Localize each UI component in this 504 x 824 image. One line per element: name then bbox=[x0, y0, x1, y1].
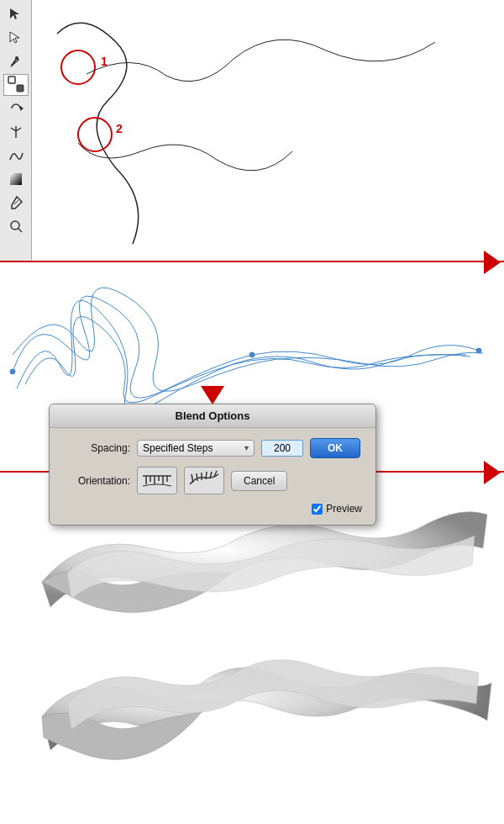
svg-point-16 bbox=[249, 352, 255, 357]
dialog-titlebar: Blend Options bbox=[50, 404, 375, 428]
svg-marker-9 bbox=[20, 106, 24, 111]
preview-row: Preview bbox=[63, 503, 362, 515]
top-section: 1 2 bbox=[32, 0, 504, 261]
steps-input[interactable] bbox=[261, 440, 303, 457]
toolbar bbox=[0, 0, 32, 261]
tool-gradient[interactable] bbox=[3, 168, 29, 190]
orientation-label: Orientation: bbox=[63, 475, 130, 487]
orient-page-icon bbox=[141, 469, 173, 489]
blend-options-dialog: Blend Options Spacing: Smooth Color Spec… bbox=[49, 404, 376, 526]
tool-zoom[interactable] bbox=[3, 215, 29, 237]
orientation-row: Orientation: bbox=[63, 467, 362, 494]
spacing-label: Spacing: bbox=[63, 442, 130, 454]
svg-rect-8 bbox=[17, 85, 24, 92]
preview-checkbox-label[interactable]: Preview bbox=[312, 503, 362, 515]
tool-rotate[interactable] bbox=[3, 98, 29, 119]
dialog-arrow bbox=[201, 386, 224, 404]
svg-rect-10 bbox=[10, 173, 22, 185]
svg-point-6 bbox=[15, 56, 18, 60]
ok-button[interactable]: OK bbox=[310, 438, 360, 458]
svg-point-14 bbox=[10, 369, 15, 374]
svg-point-12 bbox=[11, 221, 19, 230]
svg-line-13 bbox=[18, 229, 22, 232]
spacing-select[interactable]: Smooth Color Specified Steps Specified D… bbox=[137, 440, 255, 457]
svg-point-1 bbox=[78, 118, 112, 151]
svg-point-0 bbox=[61, 50, 95, 84]
orientation-page-button[interactable] bbox=[137, 467, 177, 494]
orientation-path-button[interactable] bbox=[184, 467, 224, 494]
svg-line-27 bbox=[206, 472, 207, 479]
arrow-right-1 bbox=[484, 251, 501, 274]
arrow-right-2 bbox=[484, 461, 501, 484]
dialog-title: Blend Options bbox=[176, 409, 250, 422]
tool-eyedropper[interactable] bbox=[3, 192, 29, 214]
top-curves-svg: 1 2 bbox=[32, 0, 504, 261]
preview-checkbox[interactable] bbox=[312, 504, 323, 515]
tool-pen[interactable] bbox=[3, 50, 29, 72]
spacing-select-wrapper: Smooth Color Specified Steps Specified D… bbox=[137, 440, 255, 457]
spacing-row: Spacing: Smooth Color Specified Steps Sp… bbox=[63, 438, 362, 458]
svg-marker-4 bbox=[10, 8, 19, 19]
svg-line-25 bbox=[197, 473, 197, 481]
dialog-body: Spacing: Smooth Color Specified Steps Sp… bbox=[50, 428, 375, 525]
orient-path-icon bbox=[188, 469, 220, 489]
divider-1 bbox=[0, 261, 504, 262]
svg-point-15 bbox=[476, 348, 481, 353]
tool-blend[interactable] bbox=[3, 74, 29, 96]
tool-direct-select[interactable] bbox=[3, 27, 29, 49]
svg-marker-5 bbox=[10, 32, 19, 43]
svg-rect-7 bbox=[8, 77, 15, 83]
tool-selection[interactable] bbox=[3, 3, 29, 25]
cancel-button[interactable]: Cancel bbox=[231, 471, 287, 491]
preview-label: Preview bbox=[326, 503, 362, 515]
svg-text:2: 2 bbox=[116, 122, 123, 135]
tool-reflect[interactable] bbox=[3, 121, 29, 143]
tool-warp[interactable] bbox=[3, 145, 29, 166]
